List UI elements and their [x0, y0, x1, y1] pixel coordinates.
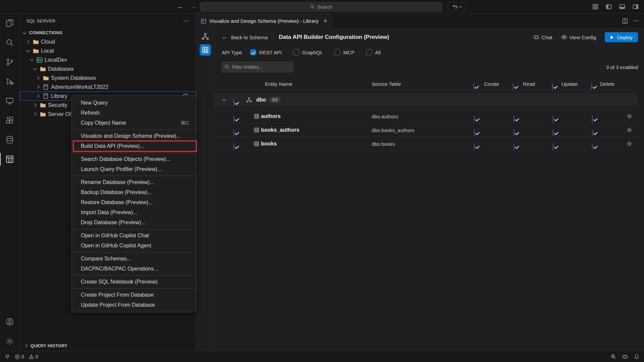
menu-item-copilot-agent[interactable]: Open in GitHub Copilot Agent — [72, 241, 196, 251]
split-editor-icon[interactable] — [622, 18, 628, 24]
api-option-rest[interactable]: REST API — [250, 49, 282, 55]
tree-section-connections[interactable]: CONNECTIONS — [20, 28, 196, 37]
notifications-bell-icon[interactable] — [634, 354, 639, 359]
chevron-down-icon[interactable] — [22, 30, 27, 36]
menu-item-visualize-design-schema[interactable]: Visualize and Design Schema (Preview)... — [72, 131, 196, 141]
group-checkbox[interactable] — [233, 100, 234, 106]
create-checkbox[interactable] — [474, 143, 475, 150]
tree-item-system-databases[interactable]: System Databases — [20, 73, 196, 82]
toggle-panel-icon[interactable] — [619, 4, 625, 10]
chevron-right-icon[interactable] — [25, 39, 31, 45]
menu-item-launch-query-profiler[interactable]: Launch Query Profiler (Preview)... — [72, 164, 196, 174]
menu-item-dacpac-bacpac[interactable]: DACPAC/BACPAC Operations... — [72, 264, 196, 274]
more-actions-icon[interactable]: ⋯ — [183, 17, 189, 24]
settings-gear-icon[interactable] — [0, 331, 20, 351]
row-settings-gear-icon[interactable] — [627, 127, 632, 133]
delete-checkbox[interactable] — [592, 143, 593, 150]
search-box[interactable]: Search — [200, 2, 442, 12]
account-icon[interactable] — [0, 312, 20, 331]
entity-checkbox[interactable] — [233, 116, 234, 122]
read-checkbox[interactable] — [514, 116, 514, 122]
query-history-section[interactable]: QUERY HISTORY — [20, 340, 196, 351]
close-icon[interactable]: × — [324, 17, 327, 24]
entity-checkbox[interactable] — [233, 130, 234, 136]
api-option-graphql[interactable]: GraphQL — [293, 49, 323, 55]
chevron-down-icon[interactable] — [25, 48, 31, 54]
create-checkbox[interactable] — [474, 130, 475, 136]
menu-item-compare-schemas[interactable]: Compare Schemas... — [72, 254, 196, 264]
api-option-mcp[interactable]: MCP — [334, 49, 355, 55]
menu-item-update-project[interactable]: Update Project From Database — [72, 300, 196, 310]
schema-diagram-view-icon[interactable] — [202, 33, 209, 40]
schema-group-row[interactable]: dbo 3/3 — [215, 94, 638, 106]
more-actions-icon[interactable]: ⋯ — [633, 17, 639, 24]
sql-server-icon[interactable] — [0, 130, 20, 149]
menu-item-copilot-chat[interactable]: Open in GitHub Copilot Chat — [72, 231, 196, 241]
run-debug-icon[interactable] — [0, 72, 20, 91]
chevron-down-icon[interactable] — [29, 57, 34, 63]
session-control[interactable] — [448, 2, 466, 11]
tree-item-adventureworks[interactable]: AdventureWorksLT2022 — [20, 82, 196, 92]
chevron-down-icon[interactable] — [32, 66, 38, 72]
extensions-icon[interactable] — [0, 111, 20, 130]
chevron-down-icon[interactable] — [223, 99, 225, 101]
back-icon[interactable]: ← — [177, 3, 183, 10]
chevron-right-icon[interactable] — [35, 94, 41, 99]
menu-item-refresh[interactable]: Refresh — [72, 108, 196, 118]
warnings-status[interactable]: 0 — [29, 354, 38, 359]
chat-button[interactable]: Chat — [533, 34, 552, 40]
entity-checkbox[interactable] — [233, 143, 234, 150]
chevron-right-icon[interactable] — [32, 112, 38, 117]
all-checkbox[interactable] — [366, 49, 372, 55]
tree-item-cloud[interactable]: Cloud — [20, 37, 196, 46]
chevron-right-icon[interactable] — [35, 75, 41, 81]
view-config-button[interactable]: View Config — [561, 34, 596, 40]
source-control-icon[interactable] — [0, 52, 20, 72]
chevron-right-icon[interactable] — [32, 103, 38, 108]
grid-layout-icon[interactable] — [592, 4, 598, 10]
data-api-view-icon[interactable] — [200, 44, 211, 56]
create-checkbox[interactable] — [474, 116, 475, 122]
menu-item-create-project[interactable]: Create Project From Database — [72, 290, 196, 300]
read-checkbox[interactable] — [514, 130, 514, 136]
explorer-icon[interactable] — [0, 13, 20, 33]
schema-designer-icon[interactable] — [0, 149, 20, 169]
menu-item-create-sql-notebook[interactable]: Create SQL Notebook (Preview) — [72, 277, 196, 287]
mcp-checkbox[interactable] — [334, 49, 340, 55]
row-settings-gear-icon[interactable] — [627, 114, 632, 119]
create-all-checkbox[interactable] — [473, 83, 474, 90]
read-checkbox[interactable] — [514, 143, 514, 150]
filter-entities-input[interactable] — [222, 62, 293, 72]
entity-row-authors[interactable]: authors dbo.authors — [215, 110, 638, 123]
row-settings-gear-icon[interactable] — [627, 141, 632, 147]
menu-item-new-query[interactable]: New Query — [72, 98, 196, 108]
update-checkbox[interactable] — [553, 116, 553, 122]
delete-checkbox[interactable] — [592, 116, 593, 122]
tree-item-databases[interactable]: Databases — [20, 64, 196, 73]
read-all-checkbox[interactable] — [513, 83, 514, 90]
menu-item-rename-database[interactable]: Rename Database (Preview)... — [72, 177, 196, 187]
tree-item-local[interactable]: Local — [20, 46, 196, 55]
tree-item-localdev[interactable]: LocalDev — [20, 55, 196, 64]
back-to-schema-link[interactable]: ← Back to Schema — [222, 34, 268, 41]
graphql-checkbox[interactable] — [293, 49, 299, 55]
delete-checkbox[interactable] — [592, 130, 593, 136]
zoom-icon[interactable] — [611, 354, 616, 359]
entity-row-books[interactable]: books dbo.books — [215, 137, 638, 151]
menu-item-import-data[interactable]: Import Data (Preview)... — [72, 207, 196, 218]
remote-explorer-icon[interactable] — [0, 91, 20, 111]
update-all-checkbox[interactable] — [552, 83, 553, 90]
update-checkbox[interactable] — [553, 130, 553, 136]
chevron-right-icon[interactable] — [23, 343, 29, 349]
chevron-right-icon[interactable] — [35, 84, 41, 90]
copilot-status-icon[interactable] — [622, 354, 628, 360]
menu-item-build-data-api[interactable]: Build Data API (Preview)... — [72, 141, 196, 151]
tab-visualize-design-schema[interactable]: Visualize and Design Schema (Preview) - … — [196, 13, 332, 28]
deploy-button[interactable]: Deploy — [605, 32, 638, 42]
entity-row-books-authors[interactable]: books_authors dbo.books_authors — [215, 123, 638, 137]
menu-item-search-database-objects[interactable]: Search Database Objects (Preview)... — [72, 154, 196, 164]
connection-status-icon[interactable] — [5, 354, 10, 359]
rest-api-checkbox[interactable] — [250, 49, 256, 55]
forward-icon[interactable]: → — [190, 3, 197, 10]
menu-item-copy-object-name[interactable]: Copy Object Name⌘C — [72, 118, 196, 128]
